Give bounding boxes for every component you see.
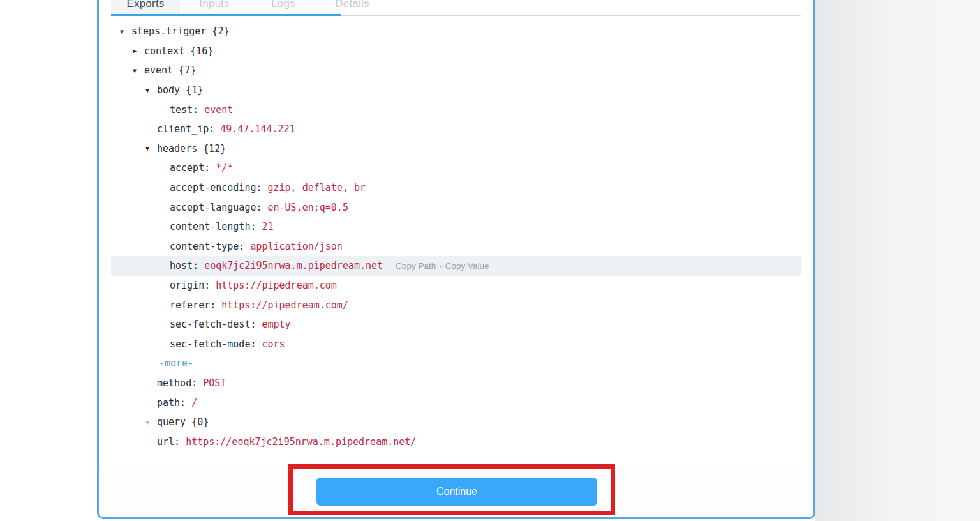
tab-logs-label: Logs	[249, 0, 318, 15]
show-more-label: -more-	[159, 358, 193, 369]
chevron-down-icon[interactable]: ▼	[145, 419, 157, 426]
chevron-down-icon[interactable]: ▼	[133, 67, 144, 74]
tab-exports-label: Exports	[111, 0, 180, 15]
tree-row-content-length[interactable]: content-length: 21	[111, 217, 801, 237]
chevron-down-icon[interactable]: ▼	[120, 28, 131, 35]
page-background-gradient	[815, 0, 980, 521]
row-hover-actions: Copy Path · Copy Value	[396, 261, 489, 271]
exports-json-tree: ▼ steps.trigger {2} ▶ context {16} ▼ eve…	[111, 16, 801, 451]
tree-row-origin[interactable]: origin: https://pipedream.com	[111, 276, 801, 296]
tree-row-steps-trigger[interactable]: ▼ steps.trigger {2}	[111, 22, 801, 42]
tree-row-client-ip[interactable]: client_ip: 49.47.144.221	[111, 119, 801, 139]
continue-button[interactable]: Continue	[316, 478, 597, 506]
tree-row-content-type[interactable]: content-type: application/json	[111, 237, 801, 257]
tree-row-headers[interactable]: ▼ headers {12}	[111, 139, 801, 159]
page: Exports Inputs Logs Details ▼ steps.trig…	[0, 0, 980, 521]
tree-row-sec-fetch-dest[interactable]: sec-fetch-dest: empty	[111, 315, 801, 335]
tree-row-host[interactable]: host: eoqk7jc2i95nrwa.m.pipedream.net Co…	[111, 256, 801, 276]
tree-row-sec-fetch-mode[interactable]: sec-fetch-mode: cors	[111, 335, 801, 354]
tree-row-accept-encoding[interactable]: accept-encoding: gzip, deflate, br	[111, 178, 801, 198]
tree-row-path[interactable]: path: /	[111, 393, 801, 412]
tree-row-method[interactable]: method: POST	[111, 374, 801, 393]
copy-path-link[interactable]: Copy Path	[396, 261, 436, 271]
tree-row-accept[interactable]: accept: */*	[111, 158, 801, 178]
tab-bar: Exports Inputs Logs Details	[111, 0, 801, 16]
tree-row-referer[interactable]: referer: https://pipedream.com/	[111, 295, 801, 315]
tree-row-url[interactable]: url: https://eoqk7jc2i95nrwa.m.pipedream…	[111, 432, 801, 451]
chevron-down-icon[interactable]: ▼	[145, 87, 157, 94]
chevron-down-icon[interactable]: ▼	[145, 145, 157, 152]
show-more-link[interactable]: -more-	[111, 354, 801, 374]
step-inspector-panel: Exports Inputs Logs Details ▼ steps.trig…	[97, 0, 815, 519]
tree-row-event[interactable]: ▼ event {7}	[111, 61, 801, 80]
tree-row-context[interactable]: ▶ context {16}	[111, 42, 801, 61]
tab-details-label: Details	[318, 0, 387, 15]
tab-inputs-label: Inputs	[180, 0, 249, 15]
active-tab-underline	[111, 14, 341, 16]
tree-row-query[interactable]: ▼ query {0}	[111, 412, 801, 432]
panel-footer: Continue	[99, 465, 813, 517]
tree-row-accept-language[interactable]: accept-language: en-US,en;q=0.5	[111, 197, 801, 217]
actions-separator: ·	[439, 261, 442, 271]
tree-row-body[interactable]: ▼ body {1}	[111, 80, 801, 100]
chevron-right-icon[interactable]: ▶	[133, 47, 144, 54]
copy-value-link[interactable]: Copy Value	[445, 261, 489, 271]
tree-row-test[interactable]: test: event	[111, 100, 801, 119]
